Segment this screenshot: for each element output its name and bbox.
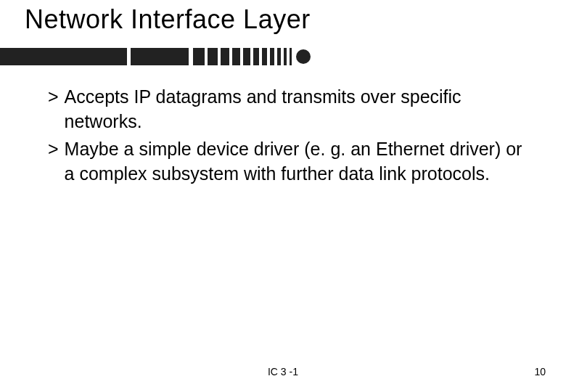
bullet-text: Accepts IP datagrams and transmits over …: [65, 84, 522, 134]
footer-label: IC 3 -1: [0, 366, 566, 377]
bullet-list: > Accepts IP datagrams and transmits ove…: [48, 84, 522, 189]
svg-rect-6: [243, 48, 250, 65]
svg-rect-3: [208, 48, 218, 65]
svg-rect-9: [270, 48, 274, 65]
svg-rect-11: [284, 48, 287, 65]
svg-rect-5: [232, 48, 240, 65]
gradient-bar-icon: [0, 48, 319, 65]
svg-rect-8: [262, 48, 267, 65]
bullet-marker: >: [48, 84, 59, 109]
bullet-marker: >: [48, 136, 59, 161]
decorative-bar: [0, 48, 319, 65]
slide: Network Interface Layer > Accepts IP: [0, 0, 566, 392]
page-title: Network Interface Layer: [25, 4, 311, 35]
bullet-text: Maybe a simple device driver (e. g. an E…: [65, 136, 522, 186]
list-item: > Maybe a simple device driver (e. g. an…: [48, 136, 522, 186]
svg-rect-7: [253, 48, 259, 65]
svg-rect-2: [193, 48, 205, 65]
svg-rect-10: [277, 48, 281, 65]
svg-rect-12: [290, 48, 292, 65]
svg-point-13: [296, 49, 311, 64]
page-number: 10: [534, 366, 546, 377]
list-item: > Accepts IP datagrams and transmits ove…: [48, 84, 522, 134]
svg-rect-4: [221, 48, 229, 65]
svg-rect-0: [0, 48, 127, 65]
svg-rect-1: [131, 48, 189, 65]
